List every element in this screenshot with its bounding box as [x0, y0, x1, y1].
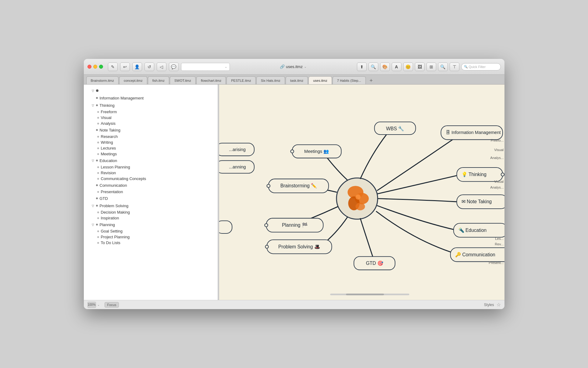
outline-item-visual[interactable]: Visual — [84, 115, 218, 121]
quick-filter-input[interactable]: 🔍 Quick Filter — [461, 63, 501, 70]
outline-item-lectures[interactable]: Lectures — [84, 145, 218, 151]
note-taking-dot — [96, 129, 98, 131]
outline-item-communicating-concepts[interactable]: Communicating Concepts — [84, 176, 218, 182]
add-tab-button[interactable]: + — [368, 77, 375, 84]
education-toggle-icon[interactable]: ▽ — [90, 157, 96, 164]
outline-item-problem-solving[interactable]: ▽ Problem Solving — [84, 202, 218, 209]
table-btn[interactable]: ⊞ — [426, 63, 436, 71]
outline-item-freeform[interactable]: Freeform — [84, 109, 218, 115]
outline-item-info-mgmt[interactable]: Information Management — [84, 94, 218, 102]
outline-item-research[interactable]: Research — [84, 134, 218, 139]
outline-item-planning[interactable]: ▽ Planning — [84, 221, 218, 228]
decision-making-label: Decision Making — [101, 210, 130, 215]
communication-map-label: 🔑 Communication — [455, 252, 495, 258]
lesson-planning-dot — [97, 166, 99, 168]
outline-item-to-do-lists[interactable]: To Do Lists — [84, 240, 218, 246]
gtd-label: GTD — [100, 196, 108, 201]
star-icon[interactable]: ☆ — [497, 302, 501, 308]
window-title: 🔗 uses.itmz ⌄ — [280, 64, 307, 69]
freeform-dot — [97, 111, 99, 113]
thinking-toggle-icon[interactable]: ▽ — [90, 102, 96, 108]
root-dot — [96, 89, 98, 92]
note-taking-label: Note Taking — [100, 128, 120, 132]
undo-btn[interactable]: ↺ — [144, 63, 154, 71]
zoom-dropdown[interactable]: 100% — [87, 302, 96, 308]
outline-item-note-taking[interactable]: Note Taking — [84, 126, 218, 134]
tab-sixhats[interactable]: Six Hats.itmz — [256, 76, 285, 84]
new-doc-btn[interactable]: ✎ — [108, 63, 118, 71]
outline-item-education[interactable]: ▽ Education — [84, 157, 218, 164]
outline-item-thinking[interactable]: ▽ Thinking — [84, 102, 218, 109]
research-dot — [97, 136, 99, 138]
nav-left-btn[interactable]: ◁ — [157, 63, 166, 71]
outline-item-inspiration[interactable]: Inspiration — [84, 215, 218, 221]
zoom-control[interactable]: 100% ⌄ — [87, 302, 100, 308]
tab-7habits[interactable]: 7 Habits (Step... — [333, 76, 366, 84]
lectures-dot — [97, 147, 99, 149]
emoji-btn[interactable]: 😊 — [403, 63, 413, 71]
app-window: ✎ ↩ 👤 ↺ ◁ 💬 ⌄ 🔗 uses.itmz ⌄ ⬆ 🔍 🎨 A 😊 🖼 … — [84, 59, 504, 309]
root-toggle-icon[interactable]: ▽ — [90, 88, 96, 94]
outline-item-gtd[interactable]: GTD — [84, 195, 218, 202]
mindmap-svg: WBS 🔧 🗄 Information Management Freefo...… — [219, 85, 504, 300]
svg-text:Rev...: Rev... — [495, 242, 504, 246]
tab-task[interactable]: task.itmz — [286, 76, 308, 84]
outline-item-project-planning[interactable]: Project Planning — [84, 234, 218, 240]
info-mgmt-dot — [96, 97, 98, 99]
tab-fish[interactable]: fish.itmz — [148, 76, 169, 84]
search-icon-btn[interactable]: 🔍 — [438, 63, 448, 71]
problem-solving-toggle-icon[interactable]: ▽ — [90, 203, 96, 209]
tab-concept[interactable]: concept.itmz — [119, 76, 147, 84]
outline-item-lesson-planning[interactable]: Lesson Planning — [84, 164, 218, 170]
thinking-label: Thinking — [100, 103, 115, 108]
communication-label: Communication — [100, 183, 127, 188]
image-btn[interactable]: 🖼 — [415, 63, 425, 71]
titlebar: ✎ ↩ 👤 ↺ ◁ 💬 ⌄ 🔗 uses.itmz ⌄ ⬆ 🔍 🎨 A 😊 🖼 … — [84, 59, 504, 75]
focus-button[interactable]: Focus — [105, 302, 119, 308]
info-mgmt-label: Information Management — [100, 96, 144, 100]
meetings-dot — [97, 153, 99, 155]
communication-dot — [96, 184, 98, 186]
mindmap-canvas[interactable]: WBS 🔧 🗄 Information Management Freefo...… — [219, 85, 504, 300]
outline-item-revision[interactable]: Revision — [84, 170, 218, 176]
main-content: ▽ Information Management ▽ Thinking Free… — [84, 85, 504, 300]
maximize-button[interactable] — [99, 65, 103, 69]
outline-item-goal-setting[interactable]: Goal Setting — [84, 228, 218, 234]
spell-btn[interactable]: 🔍 — [369, 63, 378, 71]
outline-item-decision-making[interactable]: Decision Making — [84, 209, 218, 215]
problem-solving-dot — [96, 205, 98, 207]
outline-item-communication[interactable]: Communication — [84, 182, 218, 189]
svg-point-20 — [265, 245, 268, 248]
communicating-concepts-dot — [97, 178, 99, 180]
selector-chevron-icon: ⌄ — [225, 65, 227, 68]
svg-text:Analys...: Analys... — [490, 156, 504, 160]
outline-root[interactable]: ▽ — [84, 87, 218, 94]
font-btn[interactable]: A — [392, 63, 401, 71]
lesson-planning-label: Lesson Planning — [101, 165, 130, 169]
tab-swot[interactable]: SWOT.itmz — [170, 76, 196, 84]
svg-point-13 — [267, 184, 270, 187]
outline-item-writing[interactable]: Writing — [84, 139, 218, 145]
styles-button[interactable]: Styles — [484, 303, 494, 307]
filter-btn[interactable]: ⊤ — [450, 63, 459, 71]
share-btn[interactable]: ⬆ — [357, 63, 367, 71]
planning-toggle-icon[interactable]: ▽ — [90, 222, 96, 228]
back-btn[interactable]: ↩ — [120, 63, 130, 71]
map-selector[interactable]: ⌄ — [181, 63, 230, 71]
tab-flowchart[interactable]: flowchart.itmz — [196, 76, 226, 84]
tab-pestle[interactable]: PESTLE.itmz — [226, 76, 255, 84]
dropdown-chevron-icon: ⌄ — [304, 65, 307, 69]
visual-dot — [97, 117, 99, 119]
tab-brainstorm[interactable]: Brainstorm.itmz — [86, 76, 119, 84]
svg-text:...anning: ...anning — [229, 164, 246, 169]
minimize-button[interactable] — [93, 65, 97, 69]
outline-item-analysis[interactable]: Analysis — [84, 121, 218, 126]
education-dot — [96, 160, 98, 161]
outline-item-presentation[interactable]: Presentation — [84, 189, 218, 195]
comment-btn[interactable]: 💬 — [169, 63, 179, 71]
close-button[interactable] — [87, 65, 91, 69]
outline-item-meetings[interactable]: Meetings — [84, 151, 218, 157]
person-btn[interactable]: 👤 — [132, 63, 142, 71]
tab-uses[interactable]: uses.itmz — [308, 76, 332, 84]
color-btn[interactable]: 🎨 — [380, 63, 390, 71]
